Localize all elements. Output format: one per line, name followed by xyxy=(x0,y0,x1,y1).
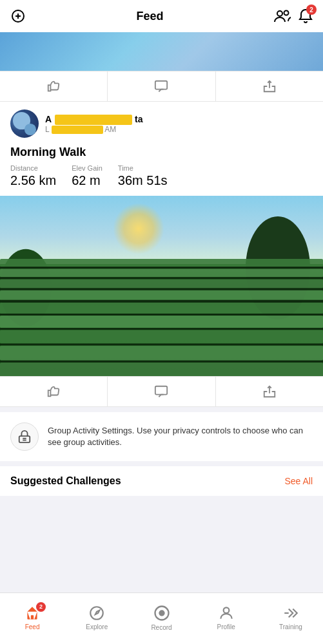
record-label: Record xyxy=(151,624,171,631)
add-button[interactable] xyxy=(10,8,26,24)
svg-rect-6 xyxy=(0,259,323,267)
stat-elev: Elev Gain 62 m xyxy=(72,164,103,188)
activity-photo xyxy=(0,196,323,376)
feed-label: Feed xyxy=(25,623,40,630)
nav-item-record[interactable]: Record xyxy=(129,593,193,644)
svg-rect-24 xyxy=(19,436,30,442)
svg-point-30 xyxy=(223,607,229,613)
stat-time: Time 36m 51s xyxy=(118,164,168,188)
elev-value: 62 m xyxy=(72,173,103,188)
comment-button-bottom[interactable] xyxy=(108,377,215,406)
action-bar-top xyxy=(0,71,323,102)
svg-rect-22 xyxy=(0,361,323,363)
record-icon xyxy=(153,604,171,622)
privacy-notice: Group Activity Settings. Use your privac… xyxy=(0,412,323,461)
notification-badge: 2 xyxy=(306,5,317,15)
svg-rect-12 xyxy=(0,330,323,343)
svg-rect-10 xyxy=(0,303,323,314)
explore-label: Explore xyxy=(86,623,108,630)
svg-rect-7 xyxy=(0,269,323,277)
time-label: Time xyxy=(118,164,168,172)
feed-badge: 2 xyxy=(36,602,46,612)
svg-point-29 xyxy=(159,610,164,616)
suggested-challenges: Suggested Challenges See All xyxy=(0,466,323,496)
svg-rect-17 xyxy=(0,289,323,290)
nav-item-profile[interactable]: Profile xyxy=(194,593,259,644)
post-card: A ta L AM Morning Walk Distance 2.56 km … xyxy=(0,71,323,407)
profile-icon xyxy=(218,605,235,621)
svg-rect-13 xyxy=(0,345,323,360)
bottom-nav: 2 Feed Explore Record P xyxy=(0,592,323,644)
svg-rect-16 xyxy=(0,277,323,279)
post-title: Morning Walk xyxy=(0,146,323,164)
elev-label: Elev Gain xyxy=(72,164,103,172)
svg-rect-5 xyxy=(155,81,167,90)
nav-item-explore[interactable]: Explore xyxy=(64,593,129,644)
svg-rect-9 xyxy=(0,290,323,301)
stat-distance: Distance 2.56 km xyxy=(10,164,56,188)
nav-item-feed[interactable]: 2 Feed xyxy=(0,593,64,644)
post-info: A ta L AM xyxy=(45,113,313,134)
svg-rect-14 xyxy=(0,363,323,376)
avatar[interactable] xyxy=(10,109,39,138)
svg-rect-15 xyxy=(0,267,323,269)
svg-point-3 xyxy=(277,11,282,16)
see-all-button[interactable]: See All xyxy=(284,476,313,486)
svg-rect-23 xyxy=(155,386,167,395)
user-name: A ta xyxy=(45,113,313,125)
svg-point-4 xyxy=(284,11,288,15)
privacy-text: Group Activity Settings. Use your privac… xyxy=(48,425,313,448)
time-value: 36m 51s xyxy=(118,173,168,188)
distance-label: Distance xyxy=(10,164,56,172)
like-button-top[interactable] xyxy=(0,71,108,101)
share-button-top[interactable] xyxy=(216,71,323,101)
nav-item-training[interactable]: Training xyxy=(259,593,323,644)
training-icon xyxy=(282,605,299,621)
svg-rect-20 xyxy=(0,328,323,330)
post-meta: A ta L AM xyxy=(0,102,323,146)
friends-button[interactable] xyxy=(274,9,291,23)
suggested-title: Suggested Challenges xyxy=(10,475,121,487)
explore-icon xyxy=(88,605,105,621)
svg-rect-11 xyxy=(0,316,323,328)
svg-rect-18 xyxy=(0,300,323,303)
notification-button[interactable]: 2 xyxy=(299,8,313,24)
profile-label: Profile xyxy=(217,623,235,630)
comment-button-top[interactable] xyxy=(108,71,215,101)
privacy-icon xyxy=(10,422,39,451)
distance-value: 2.56 km xyxy=(10,173,56,188)
training-label: Training xyxy=(279,623,302,630)
stats-row: Distance 2.56 km Elev Gain 62 m Time 36m… xyxy=(0,164,323,196)
like-button-bottom[interactable] xyxy=(0,377,108,406)
feed-icon: 2 xyxy=(24,605,41,621)
action-bar-bottom xyxy=(0,376,323,407)
header-right-icons: 2 xyxy=(274,8,313,24)
post-time: L AM xyxy=(45,125,313,134)
svg-rect-21 xyxy=(0,343,323,345)
hero-image xyxy=(0,32,323,71)
svg-rect-19 xyxy=(0,314,323,316)
page-title: Feed xyxy=(136,10,163,23)
share-button-bottom[interactable] xyxy=(216,377,323,406)
header: Feed 2 xyxy=(0,0,323,32)
svg-rect-8 xyxy=(0,279,323,288)
